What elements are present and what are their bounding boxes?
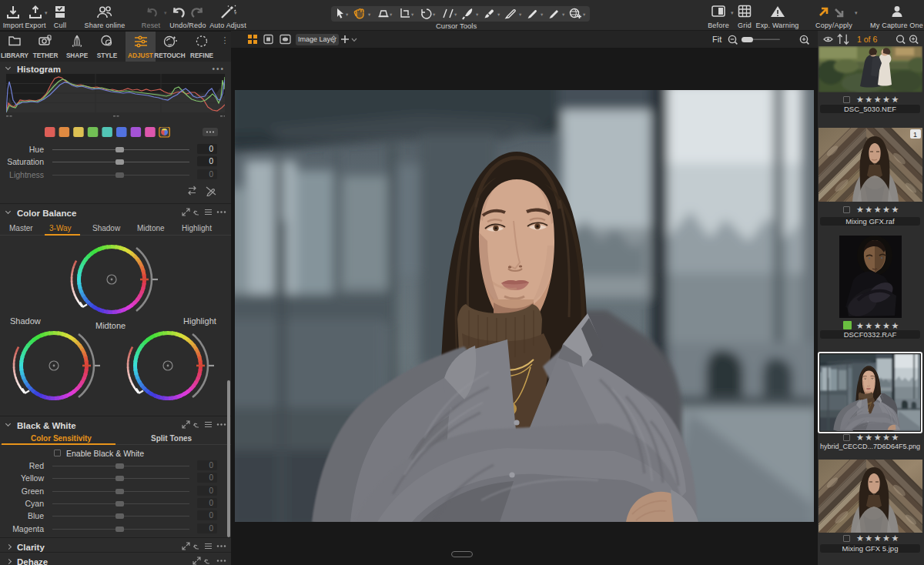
svg-text:▾: ▾ xyxy=(346,12,349,17)
svg-text:▾: ▾ xyxy=(497,12,500,17)
svg-text:▾: ▾ xyxy=(476,12,479,17)
svg-text:1 of 6: 1 of 6 xyxy=(857,35,877,44)
svg-text:▾: ▾ xyxy=(368,12,371,17)
svg-text:▾: ▾ xyxy=(390,12,393,17)
svg-text:▾: ▾ xyxy=(433,12,436,17)
svg-text:Fit: Fit xyxy=(712,35,721,44)
svg-text:▾: ▾ xyxy=(519,12,522,17)
svg-text:▾: ▾ xyxy=(541,12,544,17)
svg-text:▾: ▾ xyxy=(411,12,414,17)
svg-text:▾: ▾ xyxy=(454,12,457,17)
svg-text:Image Layer: Image Layer xyxy=(298,35,336,43)
svg-text:▾: ▾ xyxy=(562,12,565,17)
svg-text:1: 1 xyxy=(913,131,917,139)
svg-text:▾: ▾ xyxy=(583,12,586,17)
